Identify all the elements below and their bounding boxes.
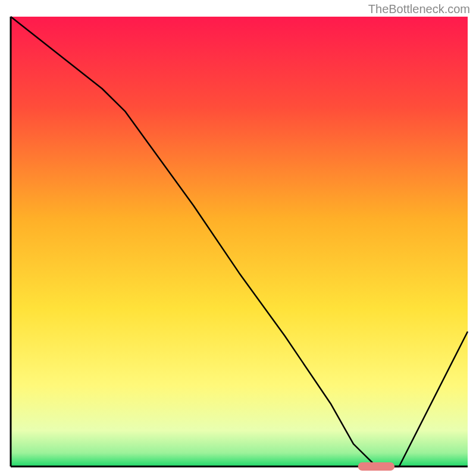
plot-background — [11, 17, 468, 466]
optimal-range-marker — [358, 462, 394, 471]
chart-container: TheBottleneck.com — [0, 0, 476, 476]
watermark-text: TheBottleneck.com — [368, 2, 470, 16]
bottleneck-chart — [0, 0, 476, 476]
